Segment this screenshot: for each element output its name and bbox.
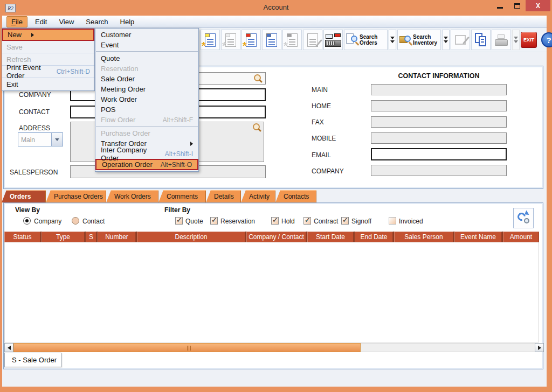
mobile-field [371, 132, 507, 144]
submenu-item-customer[interactable]: Customer [95, 30, 198, 40]
chevron-down-icon [55, 138, 59, 141]
search-inventory-dropdown[interactable] [442, 30, 450, 50]
column-start-date[interactable]: Start Date [307, 232, 354, 242]
checkbox-reservation-label: Reservation [220, 218, 255, 225]
menu-item-print-event-order[interactable]: Print Event Order Ctrl+Shift-D [2, 66, 94, 78]
address-type-combo[interactable]: Main [18, 132, 63, 146]
new-event-document-icon [246, 33, 257, 47]
checkbox-contract[interactable]: ✓ [303, 217, 311, 225]
print-disabled-icon [495, 34, 508, 46]
column-number[interactable]: Number [98, 232, 136, 242]
check-icon: ✓ [176, 216, 182, 224]
menu-file[interactable]: File [6, 16, 27, 27]
menu-separator [96, 126, 198, 127]
menu-help[interactable]: Help [116, 17, 139, 27]
exit-button[interactable]: EXIT [521, 32, 537, 48]
company-info-field [371, 165, 507, 176]
scrollbar-thumb[interactable] [13, 343, 361, 352]
company-label: COMPANY [19, 91, 51, 99]
column-company-contact[interactable]: Company / Contact [246, 232, 306, 242]
submenu-item-purchase-order: Purchase Order [95, 128, 198, 138]
search-inventory-icon [399, 33, 411, 47]
menu-edit[interactable]: Edit [31, 17, 51, 27]
mobile-label: MOBILE [312, 135, 336, 142]
submenu-item-inter-company-order[interactable]: Inter Company Order Alt+Shift-I [95, 149, 198, 159]
address-magnifier-icon[interactable] [252, 123, 261, 132]
column-amount[interactable]: Amount [503, 232, 539, 242]
submenu-item-reservation: Reservation [95, 64, 198, 74]
submenu-arrow-icon [31, 33, 34, 37]
column-status[interactable]: Status [4, 232, 40, 242]
submenu-item-work-order[interactable]: Work Order [95, 94, 198, 104]
menu-view[interactable]: View [54, 17, 78, 27]
new-event-button[interactable] [242, 30, 261, 50]
home-label: HOME [312, 102, 331, 110]
scroll-left-button[interactable] [4, 343, 13, 352]
minimize-icon [497, 7, 503, 9]
email-field[interactable] [371, 148, 507, 160]
menu-search[interactable]: Search [81, 17, 112, 27]
checkbox-reservation[interactable]: ✓ [210, 217, 218, 225]
minimize-button[interactable] [494, 0, 506, 11]
check-icon: ✓ [211, 216, 217, 224]
document-disabled-icon [225, 33, 236, 47]
tab-orders[interactable]: Orders [2, 190, 46, 202]
radio-contact[interactable] [72, 217, 79, 225]
maximize-button[interactable] [511, 0, 523, 11]
column-sales-person[interactable]: Sales Person [394, 232, 453, 242]
radio-company[interactable] [23, 217, 31, 225]
chevron-down-icon [444, 37, 448, 39]
tab-purchase-orders[interactable]: Purchase Orders [46, 190, 106, 202]
submenu-item-event[interactable]: Event [95, 40, 198, 50]
column-type[interactable]: Type [42, 232, 85, 242]
scroll-right-button[interactable] [535, 343, 544, 352]
checkbox-quote-label: Quote [185, 218, 203, 225]
salesperson-label: SALESPERSON [10, 169, 58, 176]
checkbox-contract-label: Contract [314, 218, 338, 225]
close-button[interactable]: X [526, 0, 550, 11]
copy-button[interactable] [471, 30, 491, 50]
tab-contacts[interactable]: Contacts [275, 190, 316, 202]
help-button[interactable]: ? [541, 32, 552, 47]
search-inventory-button[interactable]: Search Inventory [397, 30, 441, 50]
menu-item-exit[interactable]: Exit [2, 78, 94, 90]
new-document-icon [205, 33, 216, 47]
checkbox-signoff-label: Signoff [351, 218, 371, 225]
checkbox-hold[interactable]: ✓ [271, 217, 279, 225]
disabled-print-button [492, 30, 511, 50]
pos-button[interactable] [323, 30, 343, 50]
submenu-item-sale-order[interactable]: Sale Order [95, 74, 198, 84]
submenu-item-quote[interactable]: Quote [95, 53, 198, 64]
checkbox-signoff[interactable]: ✓ [341, 217, 349, 225]
submenu-item-operation-order[interactable]: Operation Order Alt+Shift-O [95, 159, 198, 170]
menu-item-new[interactable]: New [2, 29, 94, 41]
column-end-date[interactable]: End Date [355, 232, 393, 242]
cash-register-icon [325, 33, 341, 47]
new-customer-button[interactable] [201, 30, 220, 50]
column-description[interactable]: Description [137, 232, 245, 242]
column-s[interactable]: S [86, 232, 96, 242]
shortcut-label: Ctrl+Shift-D [51, 68, 90, 75]
document-button[interactable] [262, 30, 281, 50]
search-orders-button[interactable]: Search Orders [344, 30, 388, 50]
column-event-name[interactable]: Event Name [454, 232, 502, 242]
checkbox-invoiced[interactable] [389, 217, 396, 225]
tab-comments[interactable]: Comments [158, 190, 206, 202]
checkbox-quote[interactable]: ✓ [175, 217, 183, 225]
scrollbar-track[interactable] [361, 343, 535, 352]
tab-details[interactable]: Details [206, 190, 241, 202]
checkbox-invoiced-label: Invoiced [399, 218, 423, 225]
refresh-search-button[interactable] [513, 208, 534, 228]
copy-icon [474, 33, 487, 47]
submenu-item-pos[interactable]: POS [95, 104, 198, 115]
email-label: EMAIL [312, 151, 331, 159]
submenu-item-meeting-order[interactable]: Meeting Order [95, 84, 198, 94]
chevron-down-icon [390, 40, 395, 43]
search-magnifier-icon[interactable] [253, 74, 262, 83]
search-orders-dropdown[interactable] [389, 30, 396, 50]
notes-disabled-icon [307, 33, 318, 47]
radio-contact-label: Contact [82, 218, 105, 225]
tab-work-orders[interactable]: Work Orders [106, 190, 158, 202]
address-type-dropdown[interactable] [51, 133, 63, 146]
tab-activity[interactable]: Activity [241, 190, 275, 202]
